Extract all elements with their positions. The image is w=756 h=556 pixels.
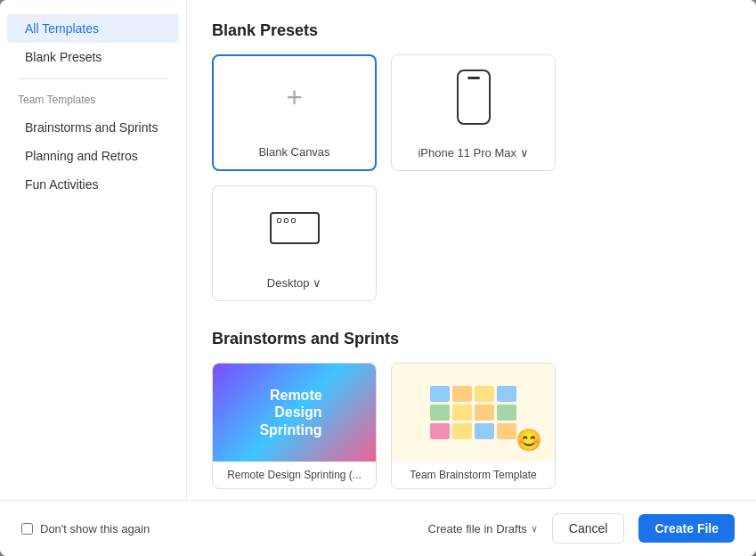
brainstorm-cell: [497, 423, 516, 439]
desktop-dot-3: [291, 218, 296, 223]
brainstorm-grid: [430, 386, 516, 439]
iphone-icon-area: [443, 55, 505, 139]
desktop-dot-1: [277, 218, 281, 223]
remote-design-card[interactable]: RemoteDesignSprinting Remote Design Spri…: [212, 363, 377, 489]
sidebar-item-planning[interactable]: Planning and Retros: [7, 142, 179, 170]
phone-shape: [457, 70, 491, 125]
modal-body: All Templates Blank Presets Team Templat…: [0, 0, 756, 500]
sidebar-item-fun[interactable]: Fun Activities: [7, 170, 179, 199]
create-location-text: Create file in Drafts: [428, 522, 527, 536]
desktop-screen: [270, 212, 320, 244]
dont-show-checkbox[interactable]: [21, 523, 33, 535]
desktop-shape: [270, 212, 320, 244]
sidebar-divider: [18, 78, 168, 79]
brainstorm-cell: [430, 386, 450, 402]
dont-show-label[interactable]: Don't show this again: [21, 522, 150, 536]
iphone-label: iPhone 11 Pro Max ∨: [411, 146, 535, 170]
brainstorm-cell: [497, 386, 516, 402]
brainstorm-cell: [497, 405, 516, 421]
sidebar: All Templates Blank Presets Team Templat…: [0, 0, 187, 500]
brainstorm-emoji: 😊: [516, 428, 542, 453]
team-brainstorm-card[interactable]: 😊 Team Brainstorm Template: [391, 363, 556, 489]
team-brainstorm-label: Team Brainstorm Template: [392, 462, 555, 488]
cancel-button[interactable]: Cancel: [552, 513, 625, 544]
footer-right: Create file in Drafts ∨ Cancel Create Fi…: [428, 513, 735, 544]
blank-presets-row: + Blank Canvas iPhone 11 Pro Max ∨: [212, 54, 731, 301]
team-brainstorm-img: 😊: [392, 364, 555, 462]
modal-footer: Don't show this again Create file in Dra…: [0, 500, 756, 556]
brainstorm-cell: [430, 423, 450, 439]
brainstorm-cell: [475, 386, 494, 402]
remote-design-label: Remote Design Sprinting (...: [213, 462, 376, 488]
remote-design-bg: RemoteDesignSprinting: [213, 364, 376, 462]
blank-presets-title: Blank Presets: [212, 21, 731, 40]
desktop-card[interactable]: Desktop ∨: [212, 185, 377, 301]
phone-notch: [467, 77, 480, 79]
template-modal: All Templates Blank Presets Team Templat…: [0, 0, 756, 556]
sidebar-item-blank-presets[interactable]: Blank Presets: [7, 43, 179, 71]
desktop-icon-area: [256, 186, 334, 269]
remote-design-text: RemoteDesignSprinting: [259, 387, 329, 438]
brainstorm-cell: [475, 405, 494, 421]
chevron-down-icon: ∨: [531, 523, 538, 535]
sidebar-item-all-templates[interactable]: All Templates: [7, 14, 179, 43]
brainstorms-row: RemoteDesignSprinting Remote Design Spri…: [212, 363, 731, 500]
brainstorm-bg: 😊: [392, 364, 555, 462]
brainstorm-cell: [452, 386, 472, 402]
desktop-dots: [277, 218, 296, 223]
sidebar-section-label: Team Templates: [0, 86, 186, 113]
desktop-label: Desktop ∨: [260, 276, 329, 300]
iphone-card[interactable]: iPhone 11 Pro Max ∨: [391, 54, 556, 171]
blank-canvas-card[interactable]: + Blank Canvas: [212, 54, 377, 171]
plus-icon: +: [286, 81, 303, 114]
create-location-dropdown[interactable]: Create file in Drafts ∨: [428, 522, 538, 536]
sidebar-item-brainstorms[interactable]: Brainstorms and Sprints: [7, 113, 179, 142]
dont-show-text: Don't show this again: [40, 522, 150, 536]
brainstorm-cell: [475, 423, 494, 439]
brainstorm-cell: [452, 405, 472, 421]
desktop-dot-2: [284, 218, 289, 223]
brainstorm-cell: [430, 405, 450, 421]
blank-canvas-label: Blank Canvas: [251, 145, 337, 169]
brainstorms-title: Brainstorms and Sprints: [212, 330, 731, 348]
main-content: Blank Presets + Blank Canvas: [187, 0, 756, 500]
remote-design-img: RemoteDesignSprinting: [213, 364, 376, 462]
blank-canvas-icon-area: +: [272, 56, 317, 138]
brainstorm-cell: [452, 423, 472, 439]
create-file-button[interactable]: Create File: [638, 514, 735, 543]
